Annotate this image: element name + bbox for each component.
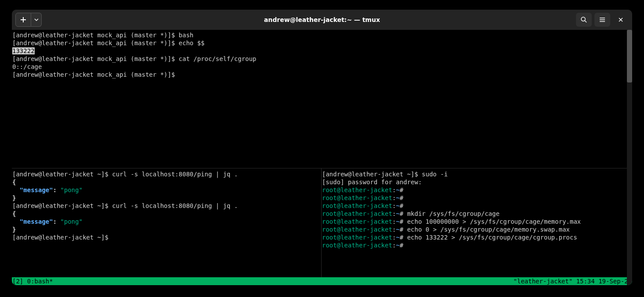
titlebar-right [576, 13, 629, 27]
terminal-window: andrew@leather-jacket:~ — tmux [andrew@l… [12, 10, 632, 285]
chevron-down-icon [34, 18, 39, 22]
tab-dropdown-button[interactable] [31, 13, 42, 27]
terminal-content[interactable]: [andrew@leather-jacket mock_api (master … [12, 30, 632, 285]
plus-icon [20, 16, 27, 23]
tmux-pane-bottom-left[interactable]: [andrew@leather-jacket ~]$ curl -s local… [12, 168, 322, 277]
terminal-line: [andrew@leather-jacket ~]$ curl -s local… [12, 202, 321, 210]
tmux-status-right: "leather-jacket" 15:34 19-Sep-24 [513, 277, 632, 285]
selected-text: 133222 [12, 47, 35, 54]
window-title: andrew@leather-jacket:~ — tmux [12, 16, 632, 23]
terminal-line: 0::/cage [12, 63, 632, 71]
terminal-line: [andrew@leather-jacket ~]$ curl -s local… [12, 170, 321, 178]
terminal-line: } [12, 194, 321, 202]
terminal-line: "message": "pong" [12, 218, 321, 225]
terminal-line: [andrew@leather-jacket mock_api (master … [12, 55, 632, 63]
terminal-line: [andrew@leather-jacket ~]$ sudo -i [322, 170, 632, 178]
terminal-line: root@leather-jacket:~# echo 133222 > /sy… [322, 233, 632, 241]
scrollbar-thumb[interactable] [627, 30, 632, 82]
tmux-status-bar: [2] 0:bash* "leather-jacket" 15:34 19-Se… [12, 277, 632, 285]
terminal-line: root@leather-jacket:~# [322, 186, 632, 194]
search-button[interactable] [576, 13, 592, 27]
terminal-line: 133222 [12, 47, 632, 55]
terminal-line: { [12, 210, 321, 218]
terminal-line: [andrew@leather-jacket mock_api (master … [12, 71, 632, 79]
terminal-line: [andrew@leather-jacket ~]$ [12, 233, 321, 241]
tmux-bottom-row: [andrew@leather-jacket ~]$ curl -s local… [12, 168, 632, 277]
terminal-line: root@leather-jacket:~# echo 100000000 > … [322, 218, 632, 225]
close-button[interactable] [613, 13, 629, 27]
new-tab-button[interactable] [15, 13, 31, 27]
tmux-pane-bottom-right[interactable]: [andrew@leather-jacket ~]$ sudo -i[sudo]… [322, 168, 632, 277]
terminal-line: root@leather-jacket:~# echo 0 > /sys/fs/… [322, 225, 632, 233]
tmux-status-left: [2] 0:bash* [12, 277, 53, 285]
terminal-line: root@leather-jacket:~# [322, 202, 632, 210]
terminal-line: } [12, 225, 321, 233]
search-icon [580, 16, 587, 23]
terminal-line: [sudo] password for andrew: [322, 178, 632, 186]
hamburger-icon [599, 16, 606, 23]
terminal-line: [andrew@leather-jacket mock_api (master … [12, 31, 632, 39]
terminal-line: [andrew@leather-jacket mock_api (master … [12, 39, 632, 47]
menu-button[interactable] [594, 13, 610, 27]
tmux-pane-top[interactable]: [andrew@leather-jacket mock_api (master … [12, 30, 632, 168]
close-icon [618, 17, 624, 23]
titlebar: andrew@leather-jacket:~ — tmux [12, 10, 632, 30]
scrollbar[interactable] [627, 30, 632, 285]
terminal-line: { [12, 178, 321, 186]
svg-point-0 [581, 17, 585, 21]
terminal-line: root@leather-jacket:~# mkdir /sys/fs/cgr… [322, 210, 632, 218]
terminal-line: "message": "pong" [12, 186, 321, 194]
terminal-line: root@leather-jacket:~# [322, 241, 632, 249]
titlebar-left [15, 13, 42, 27]
terminal-line: root@leather-jacket:~# [322, 194, 632, 202]
